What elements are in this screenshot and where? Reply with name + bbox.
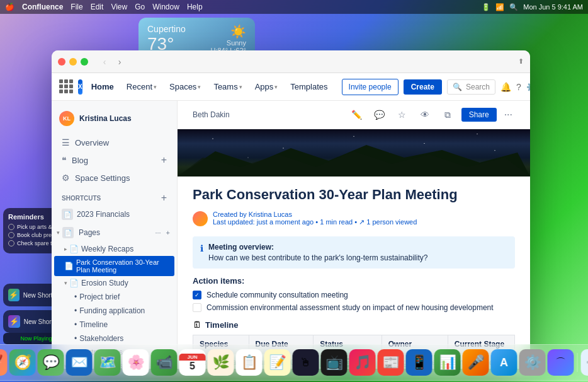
window-titlebar: ‹ › ⬆ — [52, 50, 530, 73]
dock-news[interactable]: 📰 — [378, 349, 404, 376]
minimize-button[interactable] — [69, 58, 77, 66]
nav-teams[interactable]: Teams▾ — [210, 79, 246, 94]
atlassian-logo[interactable]: X — [78, 79, 82, 95]
dock-keynote[interactable]: 🎤 — [463, 349, 489, 376]
edit-action-icon[interactable]: ✏️ — [348, 106, 366, 124]
sidebar-item-overview[interactable]: ☰ Overview — [52, 134, 177, 151]
pages-chevron-icon: ▾ — [57, 229, 60, 236]
back-button[interactable]: ‹ — [98, 55, 111, 68]
weekly-recaps-chevron: ▸ — [64, 246, 67, 252]
dock-music[interactable]: 🎵 — [349, 349, 376, 376]
nav-recent[interactable]: Recent▾ — [123, 79, 161, 94]
meeting-overview-text: How can we best contribute to the park's… — [208, 253, 427, 262]
page-tree-funding[interactable]: • Funding application — [54, 304, 174, 318]
search-icon: 🔍 — [453, 83, 462, 91]
blog-label: Blog — [72, 156, 88, 165]
confluence-body: KL Kristina Lucas ☰ Overview ❝ Blog + ⚙ … — [52, 101, 530, 369]
dock-system-prefs[interactable]: ⚙️ — [519, 349, 546, 376]
search-placeholder: Search — [466, 83, 490, 91]
dock-iphone-device[interactable]: 📲 — [581, 349, 589, 376]
dock-appstore[interactable]: A — [491, 349, 517, 376]
share-button[interactable]: Share — [461, 108, 497, 122]
dock-notes[interactable]: 📝 — [264, 349, 291, 376]
traffic-lights — [58, 58, 88, 66]
action-item-1-text: Schedule community consultation meeting — [206, 291, 348, 299]
maximize-button[interactable] — [81, 58, 88, 66]
dock-cursor[interactable]: 🖱 — [293, 349, 319, 376]
info-content: Meeting overview: How can we best contri… — [208, 243, 427, 262]
nav-home[interactable]: Home — [88, 79, 118, 94]
menu-file[interactable]: File — [71, 3, 82, 11]
invite-people-button[interactable]: Invite people — [342, 79, 399, 95]
datetime-display: Mon Jun 5 9:41 AM — [523, 3, 583, 11]
menu-go[interactable]: Go — [135, 3, 145, 11]
checkbox-1[interactable]: ✓ — [193, 291, 201, 299]
overview-icon: ☰ — [62, 137, 70, 148]
menu-edit[interactable]: Edit — [91, 3, 104, 11]
dock-mail[interactable]: ✉️ — [66, 349, 93, 376]
dock-messages[interactable]: 💬 — [38, 349, 64, 376]
shortcut-2023-financials[interactable]: 📄 2023 Financials — [52, 205, 177, 223]
pages-header[interactable]: ▾ 📄 Pages ··· + — [52, 223, 177, 242]
shortcuts-add-button[interactable]: + — [161, 193, 167, 203]
pages-icon: 📄 — [62, 227, 74, 238]
dock-photos[interactable]: 🌸 — [123, 349, 149, 376]
help-button[interactable]: ? — [516, 78, 521, 96]
page-tree-park-conservation[interactable]: 📄 Park Conservation 30-Year Plan Meeting — [54, 256, 174, 276]
pages-more-button[interactable]: ··· — [153, 228, 162, 237]
copy-action-icon[interactable]: ⧉ — [439, 106, 456, 124]
dock-appletv[interactable]: 📺 — [321, 349, 348, 376]
create-button[interactable]: Create — [404, 79, 442, 95]
menu-window[interactable]: Window — [152, 3, 179, 11]
shortcuts-label: SHORTCUTS — [62, 195, 101, 202]
nav-spaces[interactable]: Spaces▾ — [166, 79, 205, 94]
author-avatar — [193, 211, 208, 226]
sidebar-item-blog[interactable]: ❝ Blog + — [52, 151, 177, 169]
app-name[interactable]: Confluence — [22, 3, 63, 11]
menu-view[interactable]: View — [111, 3, 127, 11]
page-tree-timeline[interactable]: • Timeline — [54, 318, 174, 332]
star-action-icon[interactable]: ☆ — [393, 106, 411, 124]
page-tree-erosion-study[interactable]: ▾ 📄 Erosion Study — [54, 276, 174, 290]
checkbox-2[interactable] — [193, 303, 201, 312]
dock-launchpad[interactable]: 🚀 — [0, 349, 8, 376]
meta-updated: Last updated: just a moment ago • 1 min … — [213, 218, 417, 226]
weather-city: Cupertino — [147, 24, 186, 34]
search-menu-icon: 🔍 — [509, 3, 518, 11]
forward-button[interactable]: › — [113, 55, 126, 68]
notifications-button[interactable]: 🔔 — [500, 78, 511, 96]
shortcut-icon-2: ⚡ — [8, 315, 20, 328]
menu-help[interactable]: Help — [187, 3, 203, 11]
dock-numbers[interactable]: 📊 — [434, 349, 461, 376]
meta-created: Created by Kristina Lucas — [213, 211, 417, 218]
settings-button[interactable]: ⚙️ — [526, 78, 530, 96]
dock-contacts[interactable]: 🌿 — [208, 349, 234, 376]
timeline-header: 🗓 Timeline — [193, 320, 515, 330]
dock-safari[interactable]: 🧭 — [9, 349, 36, 376]
dock-calendar[interactable]: JUN 5 — [179, 349, 206, 376]
search-box[interactable]: 🔍 Search — [447, 79, 495, 95]
nav-apps[interactable]: Apps▾ — [251, 79, 282, 94]
nav-templates[interactable]: Templates — [286, 79, 331, 94]
dock-maps[interactable]: 🗺️ — [94, 349, 121, 376]
dock-arc[interactable]: ⌒ — [548, 349, 574, 376]
share-window-icon[interactable]: ⬆ — [518, 57, 524, 66]
dock-iphone-mirror[interactable]: 📱 — [406, 349, 433, 376]
info-panel: ℹ Meeting overview: How can we best cont… — [193, 236, 515, 269]
page-tree-stakeholders[interactable]: • Stakeholders — [54, 332, 174, 345]
park-conservation-label: Park Conservation 30-Year Plan Meeting — [76, 258, 169, 274]
comment-action-icon[interactable]: 💬 — [371, 106, 388, 124]
reminder-circle-1 — [8, 224, 14, 230]
app-switcher-icon[interactable] — [59, 79, 73, 95]
more-actions-button[interactable]: ··· — [502, 109, 515, 120]
dock-facetime[interactable]: 📹 — [151, 349, 178, 376]
page-tree-weekly-recaps[interactable]: ▸ 📄 Weekly Recaps — [54, 242, 174, 256]
dock-reminders[interactable]: 📋 — [236, 349, 263, 376]
pages-add-button[interactable]: + — [164, 228, 172, 237]
apple-menu[interactable]: 🍎 — [5, 3, 14, 11]
close-button[interactable] — [58, 58, 65, 66]
page-tree-project-brief[interactable]: • Project brief — [54, 290, 174, 304]
watch-action-icon[interactable]: 👁 — [416, 106, 434, 124]
blog-add-button[interactable]: + — [161, 155, 167, 165]
sidebar-item-space-settings[interactable]: ⚙ Space Settings — [52, 169, 177, 187]
